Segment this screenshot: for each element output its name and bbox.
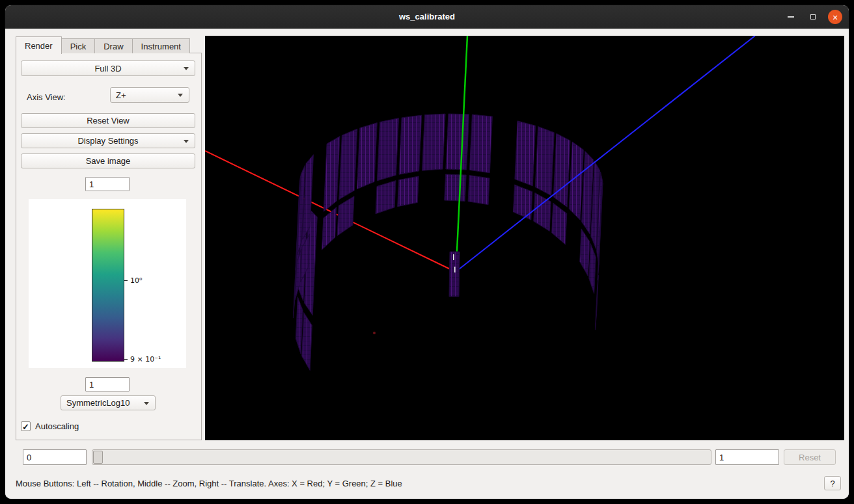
detector-panels — [293, 114, 603, 371]
save-image-button[interactable]: Save image — [21, 153, 195, 168]
tool-tabs: Render Pick Draw Instrument — [16, 36, 189, 54]
window-titlebar[interactable]: ws_calibrated — [5, 5, 849, 29]
colorbar-tick-label: 9 × 10⁻¹ — [130, 355, 161, 364]
axis-view-value: Z+ — [116, 90, 126, 100]
colorbar-tick-mark — [124, 359, 128, 360]
stray-detector-dot — [373, 332, 376, 334]
range-end-input[interactable] — [715, 449, 779, 465]
tab-render[interactable]: Render — [16, 36, 62, 54]
chevron-down-icon — [144, 402, 149, 405]
range-start-input[interactable] — [23, 449, 87, 465]
window-title: ws_calibrated — [399, 12, 455, 21]
status-message: Mouse Buttons: Left -- Rotation, Middle … — [16, 479, 402, 488]
chevron-down-icon — [184, 140, 189, 143]
display-settings-button[interactable]: Display Settings — [21, 133, 195, 148]
autoscaling-label: Autoscaling — [35, 421, 79, 431]
help-button[interactable]: ? — [824, 476, 841, 490]
integration-slider[interactable] — [92, 449, 711, 465]
colorbar-max-input[interactable] — [85, 177, 130, 191]
tab-instrument[interactable]: Instrument — [132, 38, 190, 53]
tab-pick[interactable]: Pick — [61, 38, 96, 53]
projection-select[interactable]: Full 3D — [21, 60, 195, 76]
checkmark-icon — [22, 421, 29, 432]
instrument-3d-viewport[interactable] — [205, 36, 844, 440]
projection-value: Full 3D — [94, 64, 121, 73]
colorbar-tick-mark — [124, 280, 128, 281]
maximize-icon — [810, 14, 816, 20]
autoscaling-row: Autoscaling — [21, 421, 79, 431]
reset-range-button[interactable]: Reset — [784, 449, 836, 465]
display-settings-label: Display Settings — [77, 136, 138, 146]
main-window: ws_calibrated Render Pick Draw Instrumen… — [5, 5, 849, 499]
origin-marker — [454, 267, 456, 272]
z-axis-line — [456, 36, 755, 272]
chevron-down-icon — [178, 94, 183, 97]
window-content: Render Pick Draw Instrument Full 3D Axis… — [5, 29, 849, 499]
center-detector-panel — [449, 252, 460, 297]
minimize-icon — [788, 16, 794, 18]
scale-type-value: SymmetricLog10 — [66, 398, 130, 408]
instrument-3d-scene — [205, 36, 844, 440]
render-tab-pane: Full 3D Axis View: Z+ Reset View Display… — [16, 53, 202, 440]
close-icon — [832, 11, 838, 23]
close-button[interactable] — [828, 10, 842, 24]
slider-handle[interactable] — [93, 451, 103, 464]
minimize-button[interactable] — [784, 10, 798, 24]
maximize-button[interactable] — [806, 10, 820, 24]
axis-view-label: Axis View: — [27, 90, 66, 105]
scale-type-select[interactable]: SymmetricLog10 — [61, 395, 156, 410]
colorbar-min-input[interactable] — [85, 377, 130, 391]
axis-view-select[interactable]: Z+ — [110, 87, 189, 103]
colorbar-tick-label: 10⁰ — [130, 276, 142, 284]
tab-draw[interactable]: Draw — [94, 38, 132, 53]
colorbar-panel: 10⁰9 × 10⁻¹ — [29, 199, 186, 368]
reset-view-button[interactable]: Reset View — [21, 113, 195, 128]
autoscaling-checkbox[interactable] — [21, 421, 31, 431]
window-controls — [784, 5, 842, 29]
colorbar-gradient[interactable] — [92, 209, 124, 362]
origin-marker — [453, 254, 454, 260]
chevron-down-icon — [184, 67, 189, 70]
